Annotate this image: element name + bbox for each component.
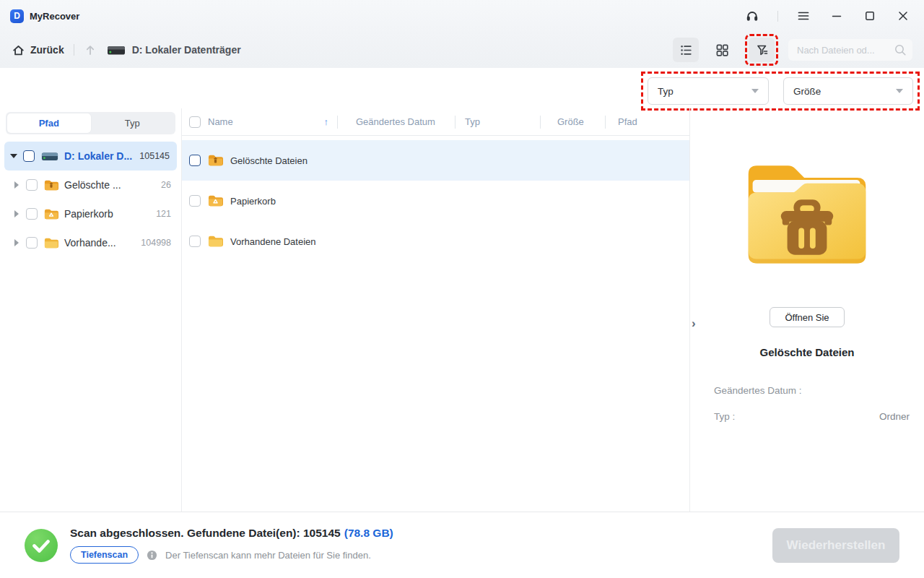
list-view-button[interactable] — [673, 38, 699, 62]
tree-item-label: Papierkorb — [64, 208, 113, 220]
folder-recycle-icon — [44, 208, 58, 220]
breadcrumb: D: Lokaler Datenträger — [107, 44, 241, 56]
content-area: Pfad Typ D: Lokaler D... 105145 — [0, 108, 924, 512]
folder-icon — [44, 237, 58, 249]
search-box — [788, 39, 912, 61]
chevron-down-icon — [751, 89, 759, 93]
filter-button[interactable] — [749, 38, 775, 62]
row-checkbox[interactable] — [189, 155, 201, 166]
minimize-icon — [830, 9, 843, 22]
row-checkbox[interactable] — [189, 195, 201, 207]
column-path[interactable]: Pfad — [618, 116, 637, 127]
folder-trash-icon — [208, 154, 223, 167]
deep-scan-button[interactable]: Tiefenscan — [70, 546, 139, 564]
back-home-button[interactable]: Zurück — [12, 43, 64, 57]
search-icon — [894, 43, 907, 56]
details-title: Gelöschte Dateien — [690, 346, 924, 358]
column-type[interactable]: Typ — [465, 116, 480, 127]
app-window: D MyRecover — [0, 0, 924, 578]
title-bar: D MyRecover — [0, 0, 924, 32]
close-button[interactable] — [895, 8, 911, 24]
size-filter-dropdown[interactable]: Größe — [783, 77, 913, 105]
row-name: Papierkorb — [230, 196, 276, 207]
folder-recycle-icon — [208, 194, 223, 207]
file-table: Name ↑ Geändertes Datum Typ Größe Pfad — [182, 108, 689, 512]
caret-down-icon[interactable] — [10, 154, 17, 158]
drive-icon — [107, 45, 126, 56]
app-title: MyRecover — [30, 11, 79, 22]
tree-checkbox-deleted[interactable] — [26, 179, 38, 191]
support-headset-button[interactable] — [744, 8, 760, 24]
sort-ascending-icon[interactable]: ↑ — [324, 116, 329, 127]
tree-item-count: 105145 — [135, 151, 170, 161]
row-name: Gelöschte Dateien — [230, 155, 308, 166]
select-all-checkbox[interactable] — [189, 116, 201, 128]
table-row-recycle-bin[interactable]: Papierkorb — [182, 181, 689, 221]
table-row-existing-files[interactable]: Vorhandene Dateien — [182, 221, 689, 262]
folder-icon — [208, 235, 223, 248]
folder-trash-icon — [44, 179, 58, 191]
headset-icon — [745, 9, 759, 23]
grid-view-icon — [715, 43, 730, 58]
tree-checkbox-existing[interactable] — [26, 237, 38, 249]
filter-highlight-box — [745, 34, 778, 66]
detail-field-date: Geändertes Datum : — [714, 377, 910, 403]
minimize-button[interactable] — [829, 8, 845, 24]
tree-item-label: D: Lokaler D... — [64, 150, 132, 162]
arrow-up-icon — [84, 43, 97, 56]
toolbar-divider — [74, 44, 74, 56]
scan-size-text: (78.8 GB) — [344, 527, 393, 539]
tree-checkbox-drive[interactable] — [23, 150, 35, 162]
caret-right-icon[interactable] — [14, 181, 19, 189]
caret-right-icon[interactable] — [14, 239, 19, 246]
tree-item-recycle-bin[interactable]: Papierkorb 121 — [0, 199, 181, 228]
filter-funnel-icon — [754, 43, 770, 58]
panel-collapse-icon[interactable]: › — [692, 316, 696, 331]
grid-view-button[interactable] — [709, 38, 735, 62]
tree-checkbox-recycle[interactable] — [26, 208, 38, 220]
tab-typ[interactable]: Typ — [91, 113, 175, 133]
tree-item-drive[interactable]: D: Lokaler D... 105145 — [4, 142, 177, 171]
column-size[interactable]: Größe — [557, 116, 584, 127]
sidebar-tree: D: Lokaler D... 105145 — [0, 142, 181, 257]
table-header: Name ↑ Geändertes Datum Typ Größe Pfad — [182, 108, 689, 136]
home-icon — [12, 43, 25, 57]
breadcrumb-label: D: Lokaler Datenträger — [132, 44, 241, 56]
tree-item-label: Gelöschte ... — [64, 179, 121, 191]
app-logo-icon: D — [10, 9, 24, 23]
tab-pfad[interactable]: Pfad — [7, 113, 91, 133]
tree-item-label: Vorhande... — [64, 237, 116, 249]
type-label: Typ : — [714, 411, 735, 422]
recover-button[interactable]: Wiederherstellen — [772, 528, 899, 563]
table-row-deleted-files[interactable]: Gelöschte Dateien — [182, 140, 689, 181]
type-filter-label: Typ — [658, 86, 674, 97]
maximize-button[interactable] — [862, 8, 878, 24]
chevron-down-icon — [896, 89, 903, 93]
info-icon — [147, 550, 157, 561]
filter-dropdowns-highlight-box: Typ Größe — [641, 72, 920, 111]
tree-item-count: 104998 — [136, 238, 171, 248]
column-date[interactable]: Geändertes Datum — [356, 116, 435, 127]
tree-item-existing-files[interactable]: Vorhande... 104998 — [0, 228, 181, 257]
titlebar-divider — [777, 11, 778, 22]
open-button[interactable]: Öffnen Sie — [770, 307, 845, 327]
column-name[interactable]: Name — [208, 116, 233, 127]
tree-item-deleted-files[interactable]: Gelöschte ... 26 — [0, 171, 181, 199]
drive-icon — [41, 151, 58, 162]
close-icon — [897, 9, 910, 22]
row-checkbox[interactable] — [189, 236, 201, 247]
navigate-up-button[interactable] — [84, 43, 97, 56]
scan-success-icon — [25, 529, 58, 562]
sidebar: Pfad Typ D: Lokaler D... 105145 — [0, 108, 182, 512]
scan-message-text: Scan abgeschlossen. Gefundene Datei(en):… — [70, 527, 341, 539]
scan-result-message: Scan abgeschlossen. Gefundene Datei(en):… — [70, 527, 393, 540]
type-value: Ordner — [879, 411, 910, 422]
caret-right-icon[interactable] — [14, 210, 19, 217]
maximize-icon — [863, 9, 876, 22]
deep-scan-hint: Der Tiefenscan kann mehr Dateien für Sie… — [165, 550, 371, 561]
menu-button[interactable] — [796, 8, 811, 24]
status-bar: Scan abgeschlossen. Gefundene Datei(en):… — [0, 512, 924, 578]
tree-item-count: 121 — [152, 209, 171, 219]
type-filter-dropdown[interactable]: Typ — [648, 77, 769, 105]
list-view-icon — [679, 43, 694, 58]
